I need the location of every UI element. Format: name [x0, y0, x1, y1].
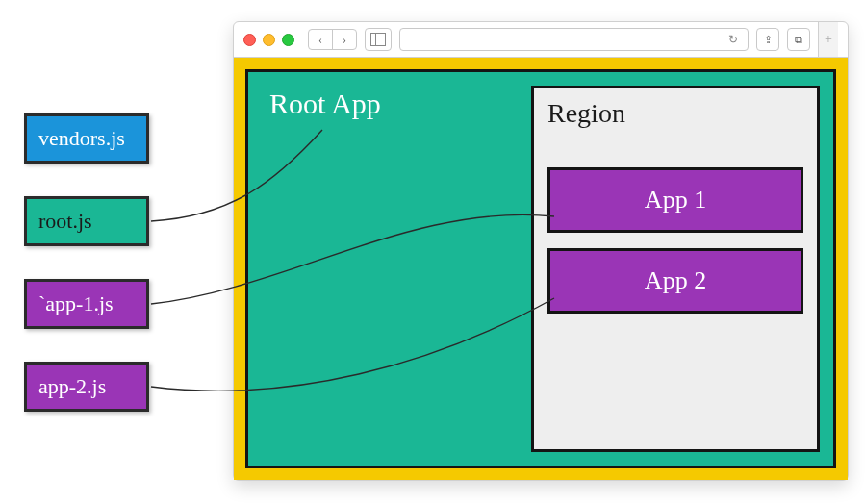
app2-label: App 2: [645, 266, 706, 295]
browser-viewport: Root App Region App 1 App 2: [234, 58, 848, 480]
browser-window: ‹ › ↻ ⇪ ⧉ + Root App Region App 1 App 2: [233, 21, 849, 481]
root-app-container: Root App Region App 1 App 2: [245, 69, 836, 468]
zoom-icon[interactable]: [282, 34, 294, 46]
browser-titlebar: ‹ › ↻ ⇪ ⧉ +: [234, 22, 848, 58]
file-app1-box: `app-1.js: [24, 279, 149, 329]
nav-buttons: ‹ ›: [308, 29, 357, 50]
sidebar-icon: [370, 33, 386, 46]
file-vendors-box: vendors.js: [24, 113, 149, 164]
file-app2-box: app-2.js: [24, 362, 149, 412]
file-root-label: root.js: [38, 209, 92, 234]
forward-button[interactable]: ›: [332, 30, 356, 49]
root-app-label: Root App: [262, 86, 518, 452]
back-button[interactable]: ‹: [309, 30, 332, 49]
share-button[interactable]: ⇪: [756, 28, 779, 51]
file-vendors-label: vendors.js: [38, 126, 125, 151]
file-root-box: root.js: [24, 196, 149, 246]
traffic-lights: [243, 34, 294, 46]
sidebar-toggle-button[interactable]: [365, 28, 392, 51]
app1-label: App 1: [645, 186, 706, 214]
region-label: Region: [547, 98, 803, 129]
reload-icon[interactable]: ↻: [728, 33, 738, 46]
app1-box: App 1: [547, 167, 803, 233]
region-container: Region App 1 App 2: [531, 86, 820, 452]
close-icon[interactable]: [243, 34, 256, 46]
tabs-button[interactable]: ⧉: [787, 28, 810, 51]
minimize-icon[interactable]: [263, 34, 275, 46]
app2-box: App 2: [547, 248, 803, 314]
file-app1-label: `app-1.js: [38, 291, 114, 316]
url-bar[interactable]: ↻: [399, 28, 749, 51]
file-app2-label: app-2.js: [38, 374, 106, 399]
new-tab-button[interactable]: +: [818, 22, 838, 57]
